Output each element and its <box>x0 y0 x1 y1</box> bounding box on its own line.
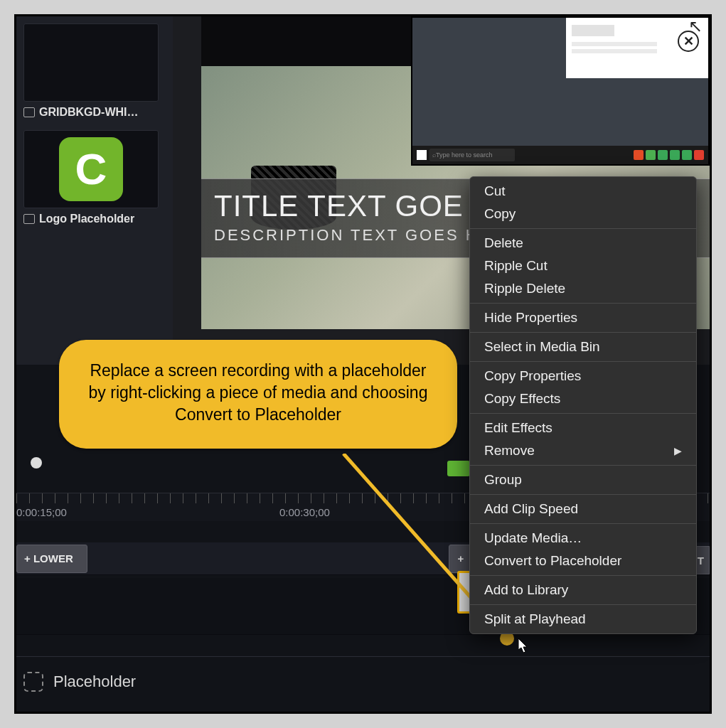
menu-item-edit-effects[interactable]: Edit Effects <box>470 417 696 439</box>
menu-separator <box>470 332 696 333</box>
menu-item-update-media[interactable]: Update Media… <box>470 527 696 550</box>
media-thumbnail <box>23 23 159 102</box>
zoom-slider-thumb[interactable] <box>31 457 42 469</box>
ruler-time-label: 0:00:15;00 <box>16 506 67 518</box>
menu-separator <box>470 303 696 304</box>
menu-separator <box>470 413 696 414</box>
context-menu: CutCopyDeleteRipple CutRipple DeleteHide… <box>469 176 697 634</box>
menu-separator <box>470 604 696 605</box>
menu-item-label: Ripple Delete <box>484 281 565 296</box>
menu-separator <box>470 494 696 495</box>
placeholder-label: Placeholder <box>53 673 136 691</box>
menu-separator <box>470 523 696 524</box>
menu-item-hide-properties[interactable]: Hide Properties <box>470 306 696 329</box>
menu-item-cut[interactable]: Cut <box>470 180 696 203</box>
media-bin-panel: GRIDBKGD-WHI… C Logo Placeholder <box>16 16 173 365</box>
monitor-graphic: ⌕ Type here to search <box>411 16 710 166</box>
menu-item-label: Remove <box>484 443 535 459</box>
media-item-logo[interactable]: C Logo Placeholder <box>23 130 159 225</box>
media-label: GRIDBKGD-WHI… <box>23 106 159 119</box>
clip-lower[interactable]: + LOWER <box>16 545 87 573</box>
taskbar-search: ⌕ Type here to search <box>429 149 515 161</box>
callout-text: Replace a screen recording with a placeh… <box>80 360 436 426</box>
placeholder-track[interactable]: Placeholder <box>16 656 710 706</box>
menu-item-copy[interactable]: Copy <box>470 203 696 225</box>
menu-item-label: Hide Properties <box>484 310 577 326</box>
menu-separator <box>470 465 696 466</box>
menu-item-copy-effects[interactable]: Copy Effects <box>470 387 696 410</box>
menu-item-add-clip-speed[interactable]: Add Clip Speed <box>470 498 696 520</box>
mouse-cursor-icon <box>518 638 531 658</box>
menu-item-ripple-delete[interactable]: Ripple Delete <box>470 277 696 300</box>
menu-item-label: Add Clip Speed <box>484 501 578 517</box>
menu-item-select-in-media-bin[interactable]: Select in Media Bin <box>470 336 696 358</box>
menu-separator <box>470 228 696 229</box>
menu-item-label: Copy Effects <box>484 391 560 407</box>
image-icon <box>23 214 35 224</box>
menu-item-label: Cut <box>484 183 506 199</box>
menu-item-label: Select in Media Bin <box>484 339 600 355</box>
menu-item-label: Edit Effects <box>484 420 552 436</box>
menu-item-label: Add to Library <box>484 582 568 598</box>
menu-item-label: Copy <box>484 206 516 222</box>
menu-item-label: Delete <box>484 235 523 251</box>
camtasia-logo-icon: C <box>59 137 123 201</box>
menu-item-copy-properties[interactable]: Copy Properties <box>470 365 696 387</box>
menu-separator <box>470 575 696 576</box>
menu-item-ripple-cut[interactable]: Ripple Cut <box>470 255 696 277</box>
taskbar: ⌕ Type here to search <box>412 146 708 164</box>
ruler-time-label: 0:00:30;00 <box>279 506 330 518</box>
clip-label: + LOWER <box>24 552 73 564</box>
taskbar-tray <box>634 150 704 160</box>
menu-item-label: Copy Properties <box>484 368 581 384</box>
marker-green[interactable] <box>447 461 470 476</box>
windows-start-icon <box>417 150 427 160</box>
media-item-gridbkgd[interactable]: GRIDBKGD-WHI… <box>23 23 159 119</box>
placeholder-icon <box>23 672 43 692</box>
menu-separator <box>470 361 696 362</box>
menu-item-remove[interactable]: Remove▶ <box>470 439 696 462</box>
app-window: GRIDBKGD-WHI… C Logo Placeholder <box>14 14 712 714</box>
menu-item-label: Group <box>484 472 522 488</box>
taskbar-search-text: Type here to search <box>436 151 493 159</box>
menu-item-label: Ripple Cut <box>484 258 548 274</box>
chevron-right-icon: ▶ <box>674 445 682 456</box>
media-label: Logo Placeholder <box>23 213 159 225</box>
image-icon <box>23 107 35 117</box>
media-label-text: Logo Placeholder <box>39 213 134 225</box>
clip-label: + <box>458 552 464 564</box>
menu-item-convert-to-placeholder[interactable]: Convert to Placeholder <box>470 550 696 572</box>
help-callout: Replace a screen recording with a placeh… <box>59 340 457 449</box>
close-x-icon[interactable]: ✕ <box>678 31 699 52</box>
menu-item-split-at-playhead[interactable]: Split at Playhead <box>470 608 696 631</box>
menu-item-add-to-library[interactable]: Add to Library <box>470 579 696 601</box>
media-thumbnail: C <box>23 130 159 208</box>
menu-item-group[interactable]: Group <box>470 469 696 491</box>
menu-item-delete[interactable]: Delete <box>470 232 696 255</box>
media-label-text: GRIDBKGD-WHI… <box>39 106 139 119</box>
menu-item-label: Convert to Placeholder <box>484 553 621 569</box>
menu-item-label: Split at Playhead <box>484 611 586 627</box>
menu-item-label: Update Media… <box>484 530 582 546</box>
